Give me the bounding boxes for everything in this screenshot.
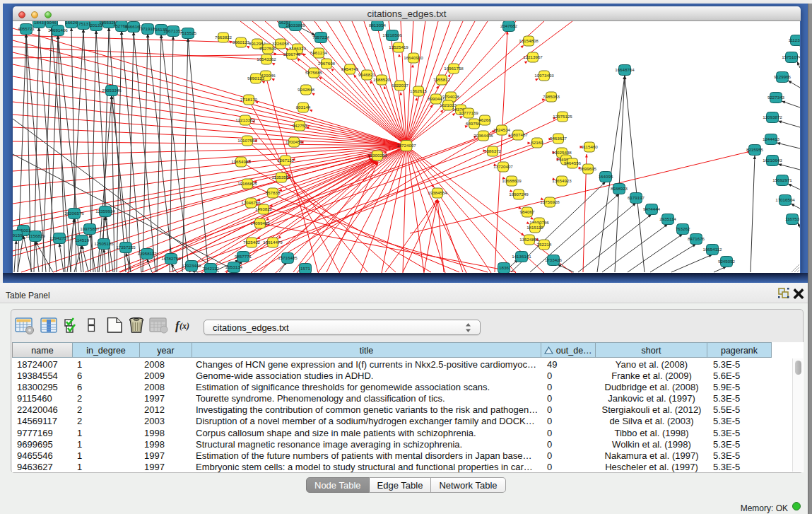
svg-text:10756928: 10756928 xyxy=(540,199,560,204)
svg-text:11353594: 11353594 xyxy=(271,175,291,180)
svg-text:9463627: 9463627 xyxy=(550,136,567,141)
svg-text:20206576: 20206576 xyxy=(64,211,84,216)
svg-text:7386372: 7386372 xyxy=(484,148,502,153)
svg-text:15751074: 15751074 xyxy=(782,54,800,59)
svg-text:10543362: 10543362 xyxy=(257,57,276,62)
svg-text:2096746: 2096746 xyxy=(283,52,301,57)
svg-text:114519: 114519 xyxy=(75,238,90,243)
svg-text:116753: 116753 xyxy=(785,216,800,221)
svg-text:803144: 803144 xyxy=(296,105,311,110)
svg-text:10154808: 10154808 xyxy=(519,38,539,43)
svg-text:8960123: 8960123 xyxy=(233,40,250,45)
svg-text:18907249: 18907249 xyxy=(509,192,529,197)
svg-text:7515525: 7515525 xyxy=(180,30,197,35)
svg-text:12093872: 12093872 xyxy=(763,115,782,119)
svg-text:14099485: 14099485 xyxy=(250,221,270,226)
svg-text:19218506: 19218506 xyxy=(382,33,402,37)
svg-text:12942757: 12942757 xyxy=(49,235,69,240)
svg-text:5461234: 5461234 xyxy=(310,50,328,55)
svg-text:7513: 7513 xyxy=(78,21,88,26)
svg-text:3267110: 3267110 xyxy=(277,158,294,163)
svg-text:62160: 62160 xyxy=(531,140,543,145)
svg-text:9245052: 9245052 xyxy=(718,259,736,264)
svg-text:1836: 1836 xyxy=(499,265,509,270)
svg-text:17357255: 17357255 xyxy=(116,245,136,250)
svg-text:13958117: 13958117 xyxy=(137,251,157,256)
svg-text:942753: 942753 xyxy=(293,123,307,128)
svg-text:15300293: 15300293 xyxy=(367,153,387,158)
svg-text:5875685: 5875685 xyxy=(305,70,323,75)
svg-text:13654923: 13654923 xyxy=(552,178,572,183)
svg-text:19654983: 19654983 xyxy=(231,159,251,164)
svg-text:9227343: 9227343 xyxy=(767,95,785,100)
svg-text:1244413: 1244413 xyxy=(763,136,780,141)
svg-text:10107557: 10107557 xyxy=(237,138,257,143)
svg-text:18724007: 18724007 xyxy=(396,143,416,148)
svg-text:14136141: 14136141 xyxy=(512,254,531,259)
svg-text:763262: 763262 xyxy=(676,226,690,231)
svg-text:10975857: 10975857 xyxy=(80,226,100,231)
svg-text:9129966: 9129966 xyxy=(774,74,792,79)
svg-text:12505185: 12505185 xyxy=(94,241,114,246)
svg-text:1700456: 1700456 xyxy=(286,139,303,144)
svg-text:9857771: 9857771 xyxy=(235,254,252,259)
svg-text:3226058: 3226058 xyxy=(272,41,290,46)
svg-text:19166825: 19166825 xyxy=(237,181,257,186)
svg-text:9794028: 9794028 xyxy=(442,94,460,99)
svg-text:9474444: 9474444 xyxy=(643,206,661,211)
svg-text:16033809: 16033809 xyxy=(286,23,305,28)
svg-text:16648764: 16648764 xyxy=(615,67,635,72)
svg-text:16210643: 16210643 xyxy=(763,158,782,163)
svg-text:10973493: 10973493 xyxy=(534,73,554,78)
svg-text:2047682: 2047682 xyxy=(500,23,518,28)
svg-text:9046: 9046 xyxy=(47,21,57,25)
svg-text:10654112: 10654112 xyxy=(702,247,722,252)
svg-text:164095: 164095 xyxy=(599,174,613,179)
svg-text:7485063: 7485063 xyxy=(543,94,560,99)
svg-text:12923446: 12923446 xyxy=(182,263,201,268)
svg-text:29053346: 29053346 xyxy=(102,88,122,93)
svg-text:9464556: 9464556 xyxy=(564,160,582,165)
svg-text:252214: 252214 xyxy=(537,242,552,247)
svg-text:9242848: 9242848 xyxy=(298,87,315,92)
svg-text:12975125: 12975125 xyxy=(553,114,572,119)
svg-text:13524851: 13524851 xyxy=(519,237,539,242)
svg-text:6179197: 6179197 xyxy=(628,195,645,200)
svg-text:13525419: 13525419 xyxy=(389,45,408,49)
svg-text:9927509: 9927509 xyxy=(259,46,277,51)
svg-text:7625402: 7625402 xyxy=(243,240,261,245)
svg-text:1733426: 1733426 xyxy=(545,257,563,262)
svg-text:1843: 1843 xyxy=(34,21,44,25)
svg-text:8471676: 8471676 xyxy=(688,236,705,241)
svg-text:(x): (x) xyxy=(180,321,189,331)
svg-text:9146821: 9146821 xyxy=(358,72,376,77)
svg-text:7955812: 7955812 xyxy=(433,77,451,82)
svg-text:2935114: 2935114 xyxy=(659,216,676,221)
svg-text:39159: 39159 xyxy=(13,233,23,238)
svg-text:17016504: 17016504 xyxy=(775,197,795,202)
svg-text:13720407: 13720407 xyxy=(493,164,513,169)
svg-text:1493822: 1493822 xyxy=(255,206,273,211)
svg-text:2053134: 2053134 xyxy=(225,264,243,269)
svg-text:7357224: 7357224 xyxy=(312,35,330,40)
svg-text:10025438: 10025438 xyxy=(552,150,572,155)
svg-text:12156829: 12156829 xyxy=(25,233,45,238)
svg-text:9890123: 9890123 xyxy=(247,76,265,81)
svg-text:46266: 46266 xyxy=(478,117,491,122)
svg-text:16640910: 16640910 xyxy=(404,55,423,60)
svg-text:7342112: 7342112 xyxy=(202,266,219,271)
svg-text:16961758: 16961758 xyxy=(444,66,464,71)
svg-text:8813054: 8813054 xyxy=(369,23,387,28)
svg-text:8938923: 8938923 xyxy=(611,186,628,191)
svg-text:15692971: 15692971 xyxy=(772,177,792,182)
svg-text:7663822: 7663822 xyxy=(215,35,233,40)
svg-text:10688609: 10688609 xyxy=(502,178,522,183)
svg-text:2967608: 2967608 xyxy=(318,61,336,66)
svg-text:2718170: 2718170 xyxy=(240,97,258,102)
svg-text:984067: 984067 xyxy=(520,209,535,214)
svg-text:10777169: 10777169 xyxy=(459,110,478,115)
svg-text:19384554: 19384554 xyxy=(428,190,447,195)
svg-text:12213967: 12213967 xyxy=(523,54,543,59)
svg-text:1112334: 1112334 xyxy=(788,37,800,42)
svg-text:16914479: 16914479 xyxy=(263,240,283,245)
